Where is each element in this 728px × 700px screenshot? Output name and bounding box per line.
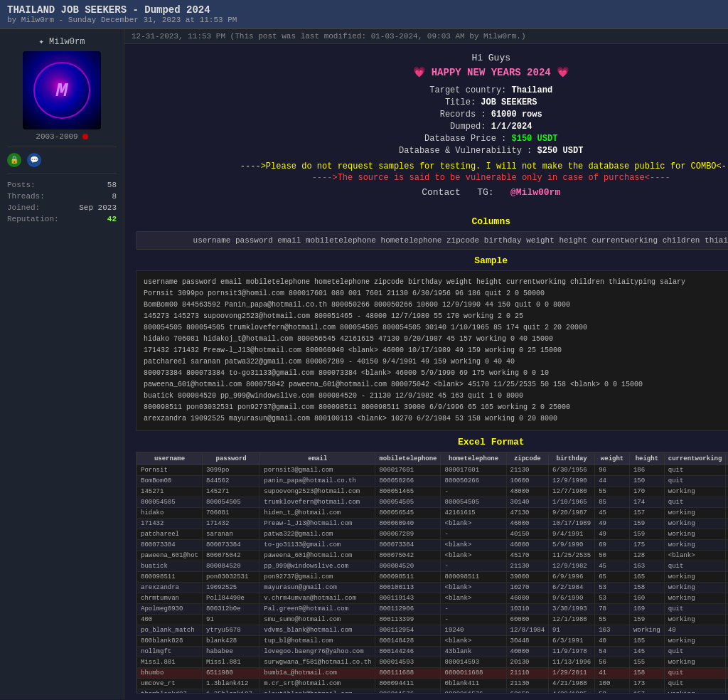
table-row: bhumbo6511980bumb1a_@hotmail.com80011168… <box>137 668 729 679</box>
table-cell: - <box>441 561 506 572</box>
table-cell: supoovong2523@hotmail.com <box>260 487 375 497</box>
avatar-inner: M <box>33 62 90 119</box>
table-cell: 6/9/1996 <box>549 572 595 583</box>
table-cell: 155 <box>629 657 664 668</box>
table-cell: umcove_rt <box>137 679 203 689</box>
table-cell: Missl.881 <box>137 657 203 668</box>
table-cell: 800119143 <box>375 593 441 604</box>
records-line: Records : 61000 rows <box>136 110 728 120</box>
table-cell: hidako <box>137 508 203 519</box>
table-cell: Apolmeg0930 <box>137 604 203 615</box>
table-cell: 44 <box>595 476 630 487</box>
table-cell: - <box>441 604 506 615</box>
table-cell: 800blank828 <box>137 636 203 647</box>
table-cell: 1/29/2011 <box>549 668 595 679</box>
table-cell: ytryu5678 <box>203 625 260 636</box>
table-cell: tup_bl@hotmail.com <box>260 636 375 647</box>
status-dot <box>82 134 88 139</box>
table-cell: 12/9/1990 <box>549 476 595 487</box>
table-cell: 96 <box>595 465 630 476</box>
table-row: 171432171432Preaw-l_J13@hotmail.com80006… <box>137 519 729 529</box>
sample-title: Sample <box>136 255 728 266</box>
table-cell: 800017601 <box>375 465 441 476</box>
sidebar: ✦ Milw0rm M 2003-2009 🔒 💬 Posts: 58 Thre… <box>0 29 124 699</box>
table-cell: 165 <box>629 572 664 583</box>
table-cell: 3/30/1993 <box>549 604 595 615</box>
table-cell: 800073384 <box>375 540 441 551</box>
table-cell: 800094411 <box>375 679 441 689</box>
table-cell: 800067289 <box>375 529 441 540</box>
table-row: 800054505800054505trumklovefern@hotmail.… <box>137 497 729 508</box>
table-cell: 0800011576 <box>441 689 506 694</box>
table-row: patchareelsarananpatwa322@gmail.com80006… <box>137 529 729 540</box>
table-cell: 800112906 <box>375 604 441 615</box>
table-cell: 9/20/1987 <box>549 508 595 519</box>
table-cell: 800148428 <box>375 636 441 647</box>
stat-threads: Threads: 8 <box>7 191 117 202</box>
table-cell: 6511980 <box>203 668 260 679</box>
table-cell: 56 <box>595 657 630 668</box>
table-cell: 157 <box>629 689 664 694</box>
table-row: arexzandra19092525mayurasun@gmail.com800… <box>137 583 729 593</box>
db-price-line: Database Price : $150 USDT <box>136 134 728 144</box>
table-cell: 0blank411 <box>441 679 506 689</box>
table-cell: Pal.green9@hotmail.com <box>260 604 375 615</box>
table-row: 145271145271supoovong2523@hotmail.com800… <box>137 487 729 497</box>
excel-section: Excel Format usernamepasswordemailmobile… <box>136 437 728 694</box>
table-cell: 800011576 <box>375 689 441 694</box>
table-row: 800blank828blank428tup_bl@hotmail.com800… <box>137 636 729 647</box>
excel-table-wrapper[interactable]: usernamepasswordemailmobiletelephonehome… <box>136 452 728 694</box>
title-line: Title: JOB SEEKERS <box>136 97 728 107</box>
table-header: usernamepasswordemailmobiletelephonehome… <box>137 453 729 465</box>
table-cell: working <box>664 615 726 625</box>
table-cell: 800073384 <box>203 540 260 551</box>
table-cell: blank428 <box>203 636 260 647</box>
table-cell: bumb1a_@hotmail.com <box>260 668 375 679</box>
post-meta-header: 12-31-2023, 11:53 PM (This post was last… <box>124 29 728 44</box>
target-line: Target country: Thailand <box>136 85 728 95</box>
table-cell: 150 <box>629 476 664 487</box>
table-cell: 844562 <box>203 476 260 487</box>
table-cell: 174 <box>629 497 664 508</box>
table-cell: 100 <box>595 679 630 689</box>
table-cell: m.cr_srt@hotmail.com <box>260 679 375 689</box>
table-cell: 400 <box>137 615 203 625</box>
table-cell: 800017601 <box>441 465 506 476</box>
table-cell: 186 <box>629 465 664 476</box>
table-cell: 21110 <box>506 668 549 679</box>
table-cell: working <box>664 529 726 540</box>
table-cell: 800051465 <box>375 487 441 497</box>
table-cell: arexzandra <box>137 583 203 593</box>
table-cell: 173 <box>629 679 664 689</box>
table-cell: 800050266 <box>441 476 506 487</box>
table-cell: 4/21/1988 <box>549 679 595 689</box>
table-cell: 10270 <box>506 583 549 593</box>
table-cell: 53 <box>595 583 630 593</box>
table-cell: 48000 <box>506 487 549 497</box>
table-cell: 4/20/1985 <box>549 689 595 694</box>
table-cell: 171432 <box>137 519 203 529</box>
table-cell: 800054505 <box>137 497 203 508</box>
table-cell: - <box>441 487 506 497</box>
col-header-password: password <box>203 453 260 465</box>
icon-social[interactable]: 💬 <box>27 153 41 167</box>
table-cell: <blank> <box>664 551 726 561</box>
table-cell: 800144246 <box>375 647 441 657</box>
table-cell: 46000 <box>506 540 549 551</box>
table-cell: alext1blank@hotmail.com <box>260 689 375 694</box>
table-cell: 41 <box>595 668 630 679</box>
icon-lock[interactable]: 🔒 <box>7 153 21 167</box>
stat-posts: Posts: 58 <box>7 179 117 191</box>
table-cell: 800014593 <box>441 657 506 668</box>
table-cell: working <box>664 636 726 647</box>
table-row: umcove_rt1.3blank412m.cr_srt@hotmail.com… <box>137 679 729 689</box>
table-cell: 40000 <box>506 647 549 657</box>
table-cell: 800098511 <box>441 572 506 583</box>
table-cell: 158 <box>629 583 664 593</box>
table-cell: working <box>664 508 726 519</box>
table-cell: hababee <box>203 647 260 657</box>
year-badge: 2003-2009 <box>7 132 117 141</box>
table-cell: working <box>664 583 726 593</box>
table-cell: 171432 <box>203 519 260 529</box>
col-header-hometelephone: hometelephone <box>441 453 506 465</box>
